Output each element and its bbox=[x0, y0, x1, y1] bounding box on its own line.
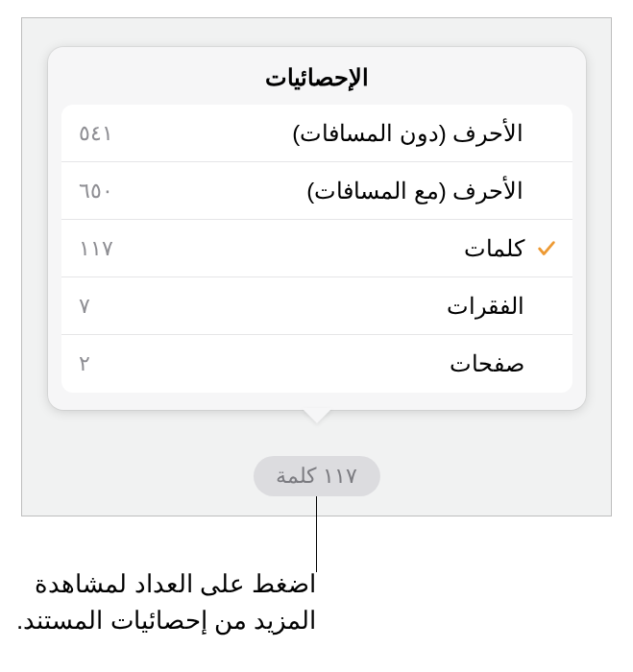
stat-value: ٢ bbox=[79, 351, 136, 376]
stat-label: كلمات bbox=[136, 235, 524, 262]
stat-row-pages[interactable]: صفحات ٢ bbox=[61, 335, 572, 393]
callout-text: اضغط على العداد لمشاهدة المزيد من إحصائي… bbox=[16, 566, 316, 638]
callout-line2: المزيد من إحصائيات المستند. bbox=[16, 606, 316, 635]
stat-label: الفقرات bbox=[136, 293, 524, 320]
checkmark-icon bbox=[536, 238, 557, 259]
stat-label: الأحرف (مع المسافات) bbox=[136, 178, 524, 204]
stat-row-chars-with-spaces[interactable]: الأحرف (مع المسافات) ٦٥٠ bbox=[61, 162, 572, 220]
statistics-popover: الإحصائيات الأحرف (دون المسافات) ٥٤١ الأ… bbox=[48, 47, 586, 410]
popover-title: الإحصائيات bbox=[48, 47, 586, 105]
stat-value: ٦٥٠ bbox=[79, 179, 136, 204]
stat-label: الأحرف (دون المسافات) bbox=[136, 120, 524, 147]
popover-tail bbox=[302, 408, 332, 423]
statistics-list: الأحرف (دون المسافات) ٥٤١ الأحرف (مع الم… bbox=[61, 105, 572, 393]
stat-value: ٥٤١ bbox=[79, 121, 136, 146]
word-count-pill[interactable]: ١١٧ كلمة bbox=[253, 456, 379, 496]
stat-value: ٧ bbox=[79, 294, 136, 319]
stat-row-words[interactable]: كلمات ١١٧ bbox=[61, 220, 572, 277]
app-frame: الإحصائيات الأحرف (دون المسافات) ٥٤١ الأ… bbox=[21, 17, 612, 516]
stat-value: ١١٧ bbox=[79, 236, 136, 261]
stat-row-paragraphs[interactable]: الفقرات ٧ bbox=[61, 277, 572, 335]
counter-label: ١١٧ كلمة bbox=[276, 464, 356, 489]
callout-line1: اضغط على العداد لمشاهدة bbox=[35, 569, 316, 598]
stat-label: صفحات bbox=[136, 350, 524, 377]
stat-row-chars-no-spaces[interactable]: الأحرف (دون المسافات) ٥٤١ bbox=[61, 105, 572, 162]
